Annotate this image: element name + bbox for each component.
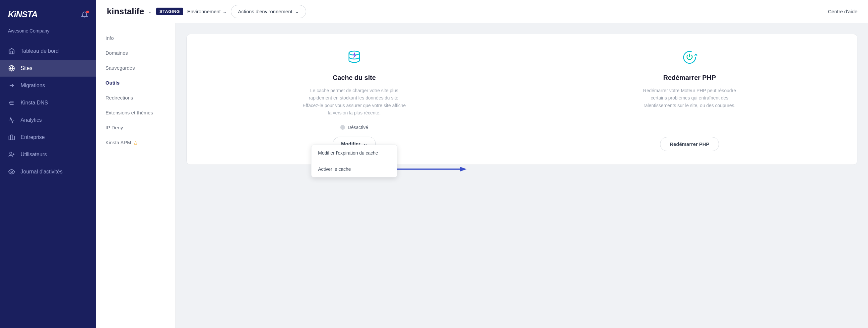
cache-icon: [344, 47, 364, 67]
sidebar-item-journal[interactable]: Journal d'activités: [0, 164, 96, 180]
sidebar-item-label: Migrations: [21, 83, 45, 89]
chart-icon: [8, 117, 15, 124]
sub-nav-item-extensions[interactable]: Extensions et thèmes: [96, 106, 176, 120]
env-selector[interactable]: Environnement ⌄: [187, 9, 227, 14]
env-label: Environnement: [187, 9, 221, 14]
actions-button[interactable]: Actions d'environnement ⌄: [231, 5, 306, 18]
sidebar-item-kinsta-dns[interactable]: Kinsta DNS: [0, 95, 96, 111]
svg-point-12: [11, 171, 12, 173]
svg-rect-8: [9, 136, 14, 140]
cache-card: Cache du site Le cache permet de charger…: [187, 34, 522, 164]
home-icon: [8, 47, 15, 55]
sidebar-item-label: Utilisateurs: [21, 152, 47, 158]
sub-nav-item-kinsta-apm[interactable]: Kinsta APM △: [96, 136, 176, 149]
content-area: Info Domaines Sauvegardes Outils Redirec…: [96, 23, 868, 328]
sidebar-item-label: Tableau de bord: [21, 48, 59, 54]
php-card: Redémarrer PHP Redémarrer votre Moteur P…: [522, 34, 857, 164]
sub-nav-item-sauvegardes[interactable]: Sauvegardes: [96, 61, 176, 75]
cache-status: Désactivé: [340, 125, 368, 130]
company-section: Awesome Company: [0, 28, 96, 40]
sidebar-item-label: Analytics: [21, 117, 42, 123]
php-restart-icon: [680, 47, 700, 67]
help-link[interactable]: Centre d'aide: [828, 9, 858, 14]
sidebar-item-dashboard[interactable]: Tableau de bord: [0, 43, 96, 59]
sub-nav-item-info[interactable]: Info: [96, 31, 176, 45]
lock-icon: △: [134, 140, 137, 145]
env-chevron-icon: ⌄: [222, 9, 227, 14]
sub-nav-item-domaines[interactable]: Domaines: [96, 46, 176, 60]
sidebar-item-label: Journal d'activités: [21, 169, 63, 175]
notification-dot: [86, 11, 89, 13]
sub-nav: Info Domaines Sauvegardes Outils Redirec…: [96, 23, 176, 328]
user-add-icon: [8, 151, 15, 158]
globe-icon: [8, 65, 15, 72]
sub-nav-item-outils[interactable]: Outils: [96, 76, 176, 90]
sub-nav-item-redirections[interactable]: Redirections: [96, 91, 176, 104]
site-dropdown-chevron[interactable]: ⌄: [148, 9, 152, 14]
svg-marker-15: [460, 167, 467, 171]
sidebar-item-label: Kinsta DNS: [21, 100, 48, 106]
sidebar-header: KiNSTA: [0, 0, 96, 28]
dns-icon: [8, 99, 15, 106]
php-title: Redémarrer PHP: [663, 74, 716, 81]
status-dot: [340, 125, 345, 130]
bell-icon[interactable]: [81, 11, 88, 20]
eye-icon: [8, 168, 15, 175]
sidebar-item-label: Entreprise: [21, 134, 45, 140]
sidebar-item-sites[interactable]: Sites: [0, 60, 96, 76]
topbar: kinstalife ⌄ STAGING Environnement ⌄ Act…: [96, 0, 868, 23]
svg-point-16: [684, 52, 695, 63]
building-icon: [8, 134, 15, 141]
page-content: Cache du site Le cache permet de charger…: [176, 23, 868, 328]
site-name: kinstalife: [107, 6, 144, 17]
modify-dropdown: Modifier l'expiration du cache Activer l…: [311, 144, 397, 177]
main-content: kinstalife ⌄ STAGING Environnement ⌄ Act…: [96, 0, 868, 328]
arrow-annotation: [397, 164, 470, 174]
sidebar-item-entreprise[interactable]: Entreprise: [0, 129, 96, 145]
sidebar-nav: Tableau de bord Sites Migrations: [0, 40, 96, 183]
kinsta-logo: KiNSTA: [8, 9, 41, 22]
php-description: Redémarrer votre Moteur PHP peut résoudr…: [637, 87, 743, 109]
company-name: Awesome Company: [8, 28, 50, 33]
migrations-icon: [8, 82, 15, 89]
svg-text:KiNSTA: KiNSTA: [8, 9, 37, 19]
dropdown-item-expiration[interactable]: Modifier l'expiration du cache: [311, 145, 397, 161]
sidebar-item-label: Sites: [21, 65, 32, 71]
sidebar-item-analytics[interactable]: Analytics: [0, 112, 96, 128]
topbar-left: kinstalife ⌄ STAGING Environnement ⌄ Act…: [107, 5, 306, 18]
cache-title: Cache du site: [333, 74, 376, 81]
sub-nav-item-ip-deny[interactable]: IP Deny: [96, 121, 176, 134]
restart-php-button[interactable]: Redémarrer PHP: [660, 137, 719, 151]
actions-chevron-icon: ⌄: [295, 9, 299, 14]
staging-badge: STAGING: [156, 8, 183, 15]
dropdown-item-activer[interactable]: Activer le cache: [311, 161, 397, 177]
tools-grid: Cache du site Le cache permet de charger…: [186, 34, 858, 165]
sidebar-item-migrations[interactable]: Migrations: [0, 77, 96, 94]
sidebar-item-utilisateurs[interactable]: Utilisateurs: [0, 146, 96, 163]
svg-point-9: [10, 152, 12, 155]
sidebar: KiNSTA Awesome Company Tableau de bord: [0, 0, 96, 328]
cache-description: Le cache permet de charger votre site pl…: [301, 87, 407, 117]
